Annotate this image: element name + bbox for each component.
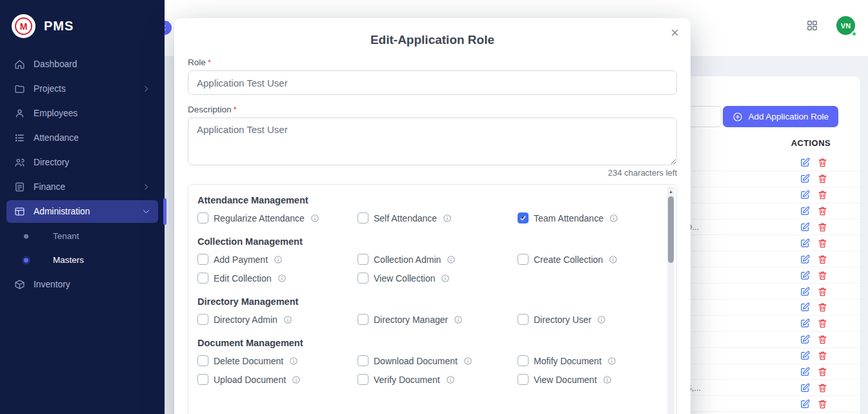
trash-icon[interactable] (817, 189, 828, 200)
trash-icon[interactable] (817, 350, 828, 361)
permissions-scrollbar[interactable]: ▲ ▼ (667, 187, 674, 414)
permission-item-view-document[interactable]: View Document (518, 370, 677, 389)
info-icon[interactable] (463, 357, 472, 366)
checkbox[interactable] (197, 374, 208, 385)
info-icon[interactable] (609, 214, 618, 223)
info-icon[interactable] (443, 214, 452, 223)
info-icon[interactable] (609, 255, 618, 264)
permission-item-add-payment[interactable]: Add Payment (197, 250, 358, 269)
edit-icon[interactable] (800, 398, 811, 409)
edit-icon[interactable] (800, 157, 811, 168)
trash-icon[interactable] (817, 270, 828, 281)
trash-icon[interactable] (817, 286, 828, 297)
info-icon[interactable] (607, 357, 616, 366)
sidebar-item-employees[interactable]: Employees (6, 102, 158, 125)
info-icon[interactable] (446, 375, 455, 384)
permission-item-directory-admin[interactable]: Directory Admin (197, 310, 358, 329)
trash-icon[interactable] (817, 302, 828, 313)
info-icon[interactable] (310, 214, 319, 223)
checkbox[interactable] (358, 355, 368, 366)
edit-icon[interactable] (800, 238, 811, 249)
edit-icon[interactable] (800, 254, 811, 265)
sidebar-subitem-tenant[interactable]: Tenant (6, 225, 158, 247)
apps-grid-icon[interactable] (806, 19, 818, 32)
edit-icon[interactable] (800, 222, 811, 233)
edit-icon[interactable] (800, 189, 811, 200)
edit-icon[interactable] (800, 318, 811, 329)
scroll-up-icon[interactable]: ▲ (667, 187, 674, 195)
trash-icon[interactable] (817, 222, 828, 233)
info-icon[interactable] (454, 315, 463, 324)
permission-item-verify-document[interactable]: Verify Document (358, 370, 518, 389)
info-icon[interactable] (289, 357, 298, 366)
checkbox[interactable] (518, 314, 529, 325)
info-icon[interactable] (597, 315, 606, 324)
sidebar-item-directory[interactable]: Directory (6, 151, 158, 174)
checkbox[interactable] (197, 273, 208, 284)
info-icon[interactable] (283, 315, 292, 324)
sidebar-item-inventory[interactable]: Inventory (6, 273, 158, 296)
edit-icon[interactable] (800, 350, 811, 361)
info-icon[interactable] (441, 274, 450, 283)
trash-icon[interactable] (817, 398, 828, 409)
permission-item-team-attendance[interactable]: Team Attendance (518, 209, 677, 227)
trash-icon[interactable] (817, 238, 828, 249)
edit-icon[interactable] (800, 173, 811, 184)
sidebar-item-finance[interactable]: Finance (6, 176, 158, 198)
edit-icon[interactable] (800, 334, 811, 345)
checkbox[interactable] (197, 314, 208, 325)
checkbox[interactable] (358, 212, 368, 223)
trash-icon[interactable] (817, 334, 828, 345)
info-icon[interactable] (603, 375, 612, 384)
edit-icon[interactable] (800, 205, 811, 216)
trash-icon[interactable] (817, 157, 828, 168)
checkbox[interactable] (358, 273, 368, 284)
add-application-role-button[interactable]: Add Application Role (723, 106, 838, 127)
checkbox[interactable] (518, 374, 529, 385)
permission-item-upload-document[interactable]: Upload Document (197, 370, 358, 389)
edit-icon[interactable] (800, 270, 811, 281)
sidebar-item-projects[interactable]: Projects (6, 78, 158, 100)
checkbox[interactable] (358, 374, 368, 385)
info-icon[interactable] (447, 255, 456, 264)
edit-icon[interactable] (800, 302, 811, 313)
permission-item-download-document[interactable]: Download Document (358, 351, 518, 370)
trash-icon[interactable] (817, 173, 828, 184)
checkbox[interactable] (518, 355, 529, 366)
checkbox[interactable] (358, 254, 368, 265)
description-textarea[interactable]: Application Test User (188, 118, 677, 165)
edit-icon[interactable] (800, 366, 811, 377)
trash-icon[interactable] (817, 254, 828, 265)
edit-icon[interactable] (800, 286, 811, 297)
close-icon[interactable]: × (671, 26, 679, 40)
user-avatar[interactable]: VN (836, 16, 855, 35)
permission-item-collection-admin[interactable]: Collection Admin (358, 250, 518, 269)
checkbox[interactable] (358, 314, 368, 325)
checkbox[interactable] (197, 355, 208, 366)
sidebar-item-administration[interactable]: Administration (6, 200, 158, 223)
info-icon[interactable] (274, 255, 283, 264)
permission-item-mofify-document[interactable]: Mofify Document (518, 351, 677, 370)
permission-item-create-collection[interactable]: Create Collection (518, 250, 677, 269)
sidebar-subitem-masters[interactable]: Masters (6, 249, 158, 271)
checkbox[interactable] (197, 254, 208, 265)
sidebar-item-attendance[interactable]: Attendance (6, 127, 158, 149)
trash-icon[interactable] (817, 382, 828, 393)
sidebar-item-dashboard[interactable]: Dashboard (6, 53, 158, 76)
permission-item-delete-document[interactable]: Delete Document (197, 351, 358, 370)
permission-item-view-collection[interactable]: View Collection (358, 269, 518, 287)
scrollbar-thumb[interactable] (668, 196, 674, 263)
permission-item-directory-manager[interactable]: Directory Manager (358, 310, 518, 329)
permission-item-directory-user[interactable]: Directory User (518, 310, 677, 329)
role-input[interactable] (188, 70, 677, 95)
permission-item-self-attendance[interactable]: Self Attendance (358, 209, 518, 227)
permission-item-regularize-attendance[interactable]: Regularize Attendance (197, 209, 358, 227)
trash-icon[interactable] (817, 318, 828, 329)
trash-icon[interactable] (817, 205, 828, 216)
checkbox[interactable] (197, 212, 208, 223)
checkbox[interactable] (518, 254, 529, 265)
edit-icon[interactable] (800, 382, 811, 393)
info-icon[interactable] (292, 375, 301, 384)
permission-item-edit-collection[interactable]: Edit Collection (197, 269, 358, 287)
trash-icon[interactable] (817, 366, 828, 377)
